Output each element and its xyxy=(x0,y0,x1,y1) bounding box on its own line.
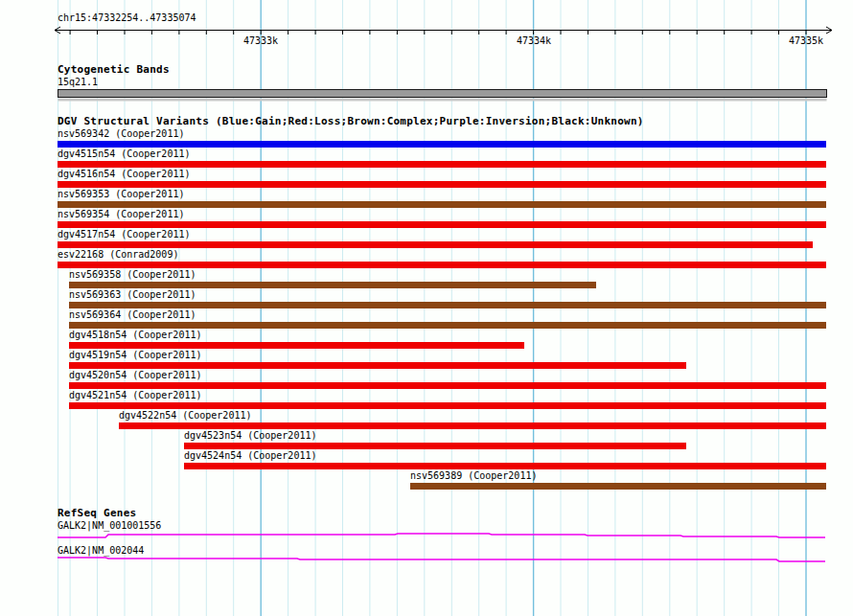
variant-bar-loss[interactable] xyxy=(184,463,826,469)
cytoband-name: 15q21.1 xyxy=(58,77,98,88)
variant-bar-complex[interactable] xyxy=(410,483,826,490)
cytoband-bar[interactable] xyxy=(58,90,827,98)
variant-bar-loss[interactable] xyxy=(69,402,826,409)
gene-model[interactable] xyxy=(58,534,825,537)
variant-label: nsv569364 (Cooper2011) xyxy=(69,309,196,321)
variant-label: nsv569354 (Cooper2011) xyxy=(58,209,184,220)
variant-bar-gain[interactable] xyxy=(58,141,826,148)
variant-label: dgv4515n54 (Cooper2011) xyxy=(58,148,190,160)
variant-label: dgv4523n54 (Cooper2011) xyxy=(184,430,316,442)
variant-label: dgv4520n54 (Cooper2011) xyxy=(69,370,201,381)
variant-label: dgv4521n54 (Cooper2011) xyxy=(69,390,201,401)
section-title-cytogenetic-bands: Cytogenetic Bands xyxy=(58,63,170,76)
variant-label: nsv569358 (Cooper2011) xyxy=(69,269,196,281)
variant-label: dgv4516n54 (Cooper2011) xyxy=(58,169,190,180)
variant-bar-loss[interactable] xyxy=(58,161,826,168)
cytoband-bar-shadow xyxy=(58,99,827,102)
variant-label: nsv569342 (Cooper2011) xyxy=(58,128,184,140)
variant-bar-loss[interactable] xyxy=(58,241,813,248)
ruler[interactable]: 47333k47334k47335k xyxy=(55,27,832,46)
ruler-tick-label: 47335k xyxy=(789,35,823,46)
variant-bar-loss[interactable] xyxy=(69,382,826,389)
variant-label: esv22168 (Conrad2009) xyxy=(58,249,178,261)
variant-bar-complex[interactable] xyxy=(58,201,826,208)
variant-bar-loss[interactable] xyxy=(69,342,524,349)
variant-label: dgv4519n54 (Cooper2011) xyxy=(69,350,201,361)
variant-label: nsv569353 (Cooper2011) xyxy=(58,189,184,200)
genome-browser-view: 47333k47334k47335k chr15:47332254..47335… xyxy=(0,0,853,616)
variant-label: dgv4524n54 (Cooper2011) xyxy=(184,450,316,462)
section-title-dgv-structural-variants: DGV Structural Variants (Blue:Gain;Red:L… xyxy=(58,115,644,127)
variant-label: nsv569389 (Cooper2011) xyxy=(410,470,537,482)
variant-bar-complex[interactable] xyxy=(69,322,826,329)
gene-label: GALK2|NM_002044 xyxy=(58,545,144,557)
variant-bar-complex[interactable] xyxy=(69,282,596,288)
ruler-tick-label: 47334k xyxy=(517,35,551,46)
ruler-tick-label: 47333k xyxy=(243,35,278,46)
variant-label: dgv4518n54 (Cooper2011) xyxy=(69,330,201,341)
variant-bar-loss[interactable] xyxy=(58,262,826,268)
variant-bar-complex[interactable] xyxy=(69,302,826,308)
variant-label: dgv4522n54 (Cooper2011) xyxy=(119,410,251,422)
gene-label: GALK2|NM_001001556 xyxy=(58,520,161,532)
variant-label: nsv569363 (Cooper2011) xyxy=(69,289,196,301)
variant-label: dgv4517n54 (Cooper2011) xyxy=(58,229,190,240)
gene-model[interactable] xyxy=(58,558,825,561)
section-title-refseq-genes: RefSeq Genes xyxy=(58,507,136,519)
region-coordinates: chr15:47332254..47335074 xyxy=(58,12,196,24)
variant-bar-loss[interactable] xyxy=(119,422,826,429)
variant-bar-loss[interactable] xyxy=(58,221,826,228)
variant-bar-loss[interactable] xyxy=(69,362,686,369)
variant-bar-loss[interactable] xyxy=(58,181,826,188)
variant-bar-loss[interactable] xyxy=(184,443,686,449)
